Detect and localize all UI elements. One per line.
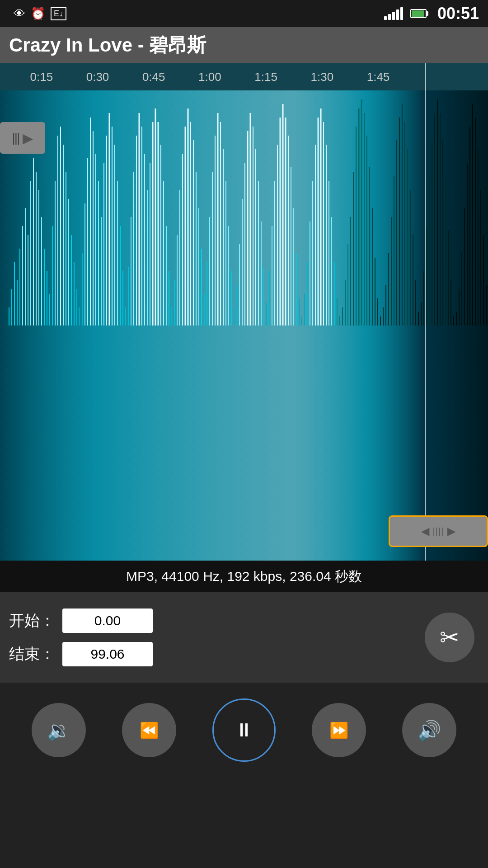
volume-up-button[interactable]: 🔊 (402, 703, 456, 757)
end-label: 结束： (9, 644, 55, 665)
signal-icon (384, 7, 403, 20)
rewind-icon: ⏪ (140, 721, 159, 739)
rewind-button[interactable]: ⏪ (122, 703, 176, 757)
time-marker-2: 0:45 (142, 70, 165, 84)
timeline-ruler: 0:15 0:30 0:45 1:00 1:15 1:30 1:45 (0, 63, 488, 90)
scroll-grip-icon: |||| (433, 526, 444, 537)
scroll-right-icon: ▶ (447, 525, 455, 538)
start-field-row: 开始： (9, 609, 479, 633)
forward-icon: ⏩ (329, 721, 348, 739)
volume-up-icon: 🔊 (418, 719, 441, 741)
playback-bar: 🔉 ⏪ ⏸ ⏩ 🔊 (0, 683, 488, 778)
left-trim-handle[interactable]: ||| ▶ (0, 122, 45, 154)
start-label: 开始： (9, 610, 55, 631)
title-bar: Crazy In Love - 碧昂斯 (0, 27, 488, 63)
start-input[interactable] (62, 609, 153, 633)
end-input[interactable] (62, 642, 153, 666)
playhead (425, 63, 426, 561)
pause-button[interactable]: ⏸ (212, 698, 276, 762)
scroll-left-icon: ◀ (421, 525, 429, 538)
status-time: 00:51 (437, 4, 479, 23)
svg-rect-0 (0, 90, 488, 561)
scissors-icon: ✂ (440, 624, 460, 651)
time-marker-1: 0:30 (86, 70, 109, 84)
status-bar: 👁 ⏰ E↓ 00:51 (0, 0, 488, 27)
trim-controls: 开始： 结束： ✂ (0, 592, 488, 683)
time-marker-6: 1:45 (367, 70, 390, 84)
time-marker-4: 1:15 (254, 70, 277, 84)
forward-button[interactable]: ⏩ (312, 703, 366, 757)
file-info-text: MP3, 44100 Hz, 192 kbps, 236.04 秒数 (126, 567, 362, 586)
end-field-row: 结束： (9, 642, 479, 666)
time-marker-5: 1:30 (310, 70, 333, 84)
volume-down-button[interactable]: 🔉 (32, 703, 86, 757)
battery-icon (410, 9, 427, 18)
song-title: Crazy In Love - 碧昂斯 (9, 33, 206, 58)
left-handle-arrow-icon: ▶ (23, 130, 33, 146)
alarm-icon: ⏰ (31, 7, 45, 21)
waveform-container[interactable]: 0:15 0:30 0:45 1:00 1:15 1:30 1:45 (0, 63, 488, 561)
pause-icon: ⏸ (235, 719, 253, 741)
time-marker-3: 1:00 (198, 70, 221, 84)
file-info-bar: MP3, 44100 Hz, 192 kbps, 236.04 秒数 (0, 561, 488, 592)
left-handle-grip-icon: ||| (12, 131, 19, 145)
eye-icon: 👁 (14, 7, 25, 21)
time-fields: 开始： 结束： (9, 609, 479, 666)
time-marker-0: 0:15 (30, 70, 53, 84)
waveform-display: // This won't run in SVG context - we'll… (0, 90, 488, 561)
scissors-button[interactable]: ✂ (425, 613, 474, 662)
volume-down-icon: 🔉 (47, 719, 70, 741)
download-icon: E↓ (51, 7, 66, 20)
right-scroll-handle[interactable]: ◀ |||| ▶ (389, 515, 488, 547)
